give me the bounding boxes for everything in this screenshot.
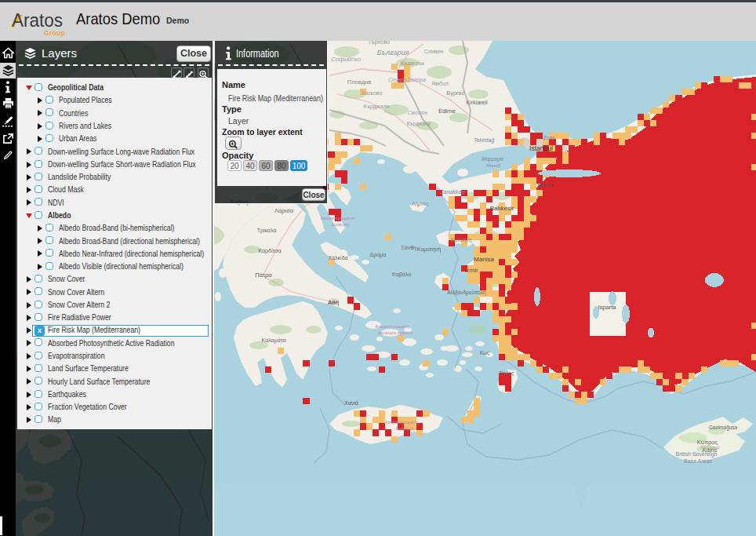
svg-text:Стара Загора: Стара Загора: [388, 77, 426, 83]
svg-text:Λήμνος: Λήμνος: [412, 201, 429, 207]
svg-text:Μυτιλήνη: Μυτιλήνη: [451, 237, 472, 243]
svg-text:Сливен: Сливен: [424, 49, 444, 54]
svg-text:Казанлък: Казанлък: [401, 60, 425, 66]
svg-text:Group: Group: [44, 29, 65, 37]
svg-text:Zona: Zona: [543, 135, 555, 140]
svg-text:Aratos: Aratos: [12, 9, 63, 31]
svg-text:Λάρισα: Λάρισα: [274, 207, 294, 214]
svg-text:Ямбол: Ямбол: [431, 81, 449, 86]
svg-text:Gazimağusa: Gazimağusa: [709, 425, 738, 431]
svg-text:Διοίκηση Αιγαίου: Διοίκηση Αιγαίου: [378, 330, 413, 335]
svg-text:Edirne: Edirne: [438, 108, 456, 115]
svg-text:Τρίκαλα: Τρίκαλα: [257, 228, 277, 234]
svg-text:Λάρνακα: Λάρνακα: [700, 445, 719, 450]
svg-text:Çanakkale: Çanakkale: [439, 189, 465, 195]
svg-text:Ρόδος: Ρόδος: [500, 370, 514, 377]
svg-text:Πάτρα: Πάτρα: [255, 272, 272, 279]
svg-text:Istanbul: Istanbul: [529, 144, 553, 152]
svg-text:İzmir: İzmir: [464, 267, 478, 274]
svg-text:Καρδίτσα: Καρδίτσα: [258, 248, 281, 254]
svg-text:Αποκεντρωμένη: Αποκεντρωμένη: [384, 420, 418, 425]
svg-text:Διοίκηση: Διοίκηση: [395, 426, 413, 431]
svg-text:Tekirdağ: Tekirdağ: [474, 137, 495, 144]
svg-text:Καλαμάτα: Καλαμάτα: [262, 337, 286, 344]
svg-text:Bursa: Bursa: [537, 181, 553, 188]
svg-text:Кърджали: Кърджали: [364, 104, 390, 110]
svg-text:Kırklareli: Kırklareli: [466, 100, 488, 105]
svg-text:Кърджали: Кърджали: [407, 121, 431, 127]
svg-text:Αποκεντρωμένη: Αποκεντρωμένη: [320, 216, 354, 221]
svg-text:България: България: [377, 49, 409, 57]
svg-text:Ξάνθη: Ξάνθη: [401, 245, 416, 251]
svg-text:Хасково: Хасково: [362, 90, 383, 96]
svg-text:Manisa: Manisa: [474, 256, 494, 263]
svg-text:Κομοτηνή: Κομοτηνή: [417, 246, 441, 253]
svg-text:Καβάλα: Καβάλα: [392, 272, 411, 278]
svg-text:Μαρμαρά: Μαρμαρά: [482, 156, 503, 162]
svg-text:Χαλκίδα: Χαλκίδα: [328, 255, 347, 261]
svg-text:Ντενιζί: Ντενιζί: [486, 163, 500, 169]
svg-text:Смолян: Смолян: [407, 110, 427, 115]
svg-text:Isparta: Isparta: [598, 304, 617, 311]
svg-text:Balıkesir: Balıkesir: [490, 205, 514, 212]
svg-text:Δράμα: Δράμα: [370, 252, 387, 258]
svg-text:Αλεξανδρούπολη: Αλεξανδρούπολη: [447, 290, 486, 296]
svg-text:Χανιά: Χανιά: [344, 400, 358, 406]
svg-text:Αθή: Αθή: [328, 299, 339, 306]
svg-text:Base Areas: Base Areas: [684, 458, 712, 464]
svg-text:Пловдив: Пловдив: [347, 78, 371, 86]
svg-text:Αποκεντρωμένη: Αποκεντρωμένη: [375, 324, 409, 329]
svg-text:British Sovereign: British Sovereign: [676, 451, 718, 458]
svg-text:Κως: Κως: [480, 350, 489, 356]
svg-text:Διοίκηση: Διοίκηση: [331, 222, 349, 227]
svg-text:Софийско: Софийско: [331, 56, 362, 63]
svg-text:Бургас: Бургас: [446, 89, 464, 97]
